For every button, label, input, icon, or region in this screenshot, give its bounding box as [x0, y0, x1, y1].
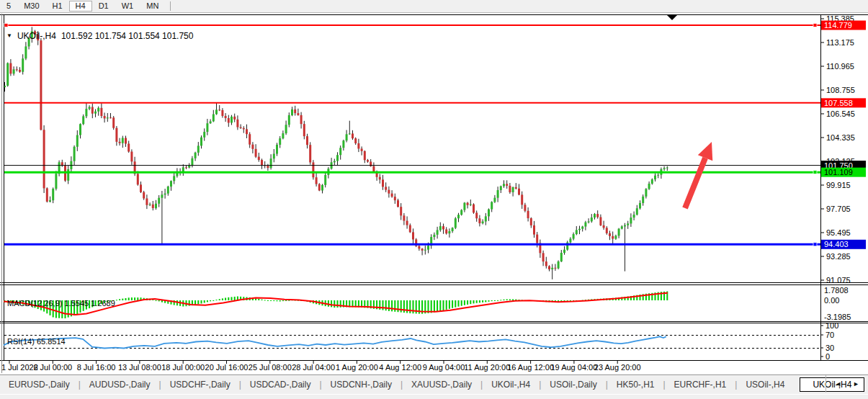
chart-tab-usdcad-daily[interactable]: USDCAD-,Daily — [241, 380, 320, 390]
timeframe-button-M30[interactable]: M30 — [17, 1, 45, 12]
timeframe-toolbar: 5M30H1H4D1W1MN — [0, 0, 868, 13]
svg-text:106.545: 106.545 — [826, 109, 855, 118]
svg-text:101.109: 101.109 — [824, 168, 853, 176]
svg-text:110.965: 110.965 — [826, 62, 854, 71]
date-axis[interactable]: 1 Jul 20226 Jul 00:008 Jul 16:0013 Jul 0… — [1, 361, 641, 372]
svg-text:70: 70 — [826, 331, 834, 339]
svg-text:-3.1985: -3.1985 — [824, 313, 851, 321]
svg-text:9 Aug 04:00: 9 Aug 04:00 — [423, 363, 465, 372]
timeframe-button-H4[interactable]: H4 — [69, 1, 92, 12]
svg-text:30: 30 — [826, 344, 834, 352]
chart-ohlc-values: 101.592 101.754 101.554 101.750 — [61, 31, 194, 41]
svg-text:25 Jul 08:00: 25 Jul 08:00 — [249, 363, 292, 372]
chart-tab-usdchf-daily[interactable]: USDCHF-,Daily — [161, 380, 239, 390]
svg-text:0: 0 — [826, 352, 830, 361]
chart-region: 115.385113.175110.965108.755106.545104.3… — [0, 13, 868, 374]
chart-info-line: ▼ UKOil-,H4 101.592 101.754 101.554 101.… — [6, 31, 193, 41]
timeframe-button-W1[interactable]: W1 — [115, 1, 140, 12]
tab-scroll-left-icon[interactable]: ◄ — [835, 380, 841, 387]
svg-text:0.00: 0.00 — [824, 296, 839, 305]
chart-tab-xauusd-daily[interactable]: XAUUSD-,Daily — [403, 380, 480, 390]
tab-scroll-arrows: ◄► — [826, 375, 868, 393]
status-bar — [0, 394, 868, 399]
chart-tab-hk50-h1[interactable]: HK50-,H1 — [608, 380, 663, 390]
svg-text:114.779: 114.779 — [824, 21, 852, 30]
chart-tab-eurchf-h1[interactable]: EURCHF-,H1 — [666, 380, 735, 390]
svg-text:20 Jul 16:00: 20 Jul 16:00 — [205, 363, 249, 372]
svg-text:16 Aug 12:00: 16 Aug 12:00 — [507, 363, 554, 372]
rsi-indicator-label: RSI(14) 65.8514 — [7, 337, 66, 346]
timeframe-button-D1[interactable]: D1 — [92, 1, 115, 12]
svg-text:23 Aug 20:00: 23 Aug 20:00 — [594, 363, 641, 372]
svg-text:11 Aug 20:00: 11 Aug 20:00 — [464, 363, 510, 372]
chart-tab-audusd-daily[interactable]: AUDUSD-,Daily — [81, 380, 159, 390]
timeframe-button-5[interactable]: 5 — [0, 1, 17, 12]
svg-text:91.075: 91.075 — [826, 276, 851, 284]
svg-text:104.335: 104.335 — [826, 133, 855, 142]
svg-text:1 Jul 2022: 1 Jul 2022 — [1, 363, 38, 372]
timeframe-button-H1[interactable]: H1 — [46, 1, 69, 12]
symbol-dropdown-icon[interactable]: ▼ — [6, 32, 12, 40]
svg-text:95.495: 95.495 — [826, 228, 851, 237]
svg-text:4 Aug 12:00: 4 Aug 12:00 — [379, 363, 421, 372]
tab-scroll-right-icon[interactable]: ► — [853, 380, 859, 387]
svg-text:108.755: 108.755 — [826, 86, 855, 94]
svg-text:1 Aug 20:00: 1 Aug 20:00 — [336, 363, 378, 372]
svg-text:13 Jul 08:00: 13 Jul 08:00 — [118, 363, 161, 372]
chart-tab-eurusd-daily[interactable]: EURUSD-,Daily — [0, 380, 79, 390]
svg-text:1.7808: 1.7808 — [824, 286, 849, 295]
svg-text:19 Aug 04:00: 19 Aug 04:00 — [550, 363, 597, 372]
chart-tab-usdcnh-daily[interactable]: USDCNH-,Daily — [322, 380, 401, 390]
svg-text:93.285: 93.285 — [826, 252, 851, 261]
svg-text:28 Jul 04:00: 28 Jul 04:00 — [292, 363, 335, 372]
timeframe-button-MN[interactable]: MN — [140, 1, 165, 12]
chart-tab-usoil-h4[interactable]: USOil-,H4 — [737, 380, 793, 390]
macd-indicator-label: MACD(12,26,9) 1.5545 1.2689 — [7, 299, 115, 308]
svg-text:100: 100 — [826, 321, 838, 330]
svg-text:6 Jul 00:00: 6 Jul 00:00 — [33, 363, 72, 372]
toolbar-separator — [170, 1, 171, 11]
svg-text:113.175: 113.175 — [826, 38, 854, 47]
svg-text:107.558: 107.558 — [824, 99, 853, 107]
svg-text:97.705: 97.705 — [826, 205, 851, 213]
svg-text:8 Jul 16:00: 8 Jul 16:00 — [77, 363, 116, 372]
chart-canvas[interactable]: 115.385113.175110.965108.755106.545104.3… — [0, 13, 868, 399]
svg-text:94.403: 94.403 — [824, 240, 849, 248]
svg-text:18 Jul 00:00: 18 Jul 00:00 — [161, 363, 205, 372]
svg-text:99.915: 99.915 — [826, 181, 851, 189]
chart-tab-ukoil-h4[interactable]: UKOil-,H4 — [483, 380, 539, 390]
chart-tab-bar: EURUSD-,Daily|AUDUSD-,Daily|USDCHF-,Dail… — [0, 375, 868, 394]
chart-tab-usoil-daily[interactable]: USOil-,Daily — [541, 380, 605, 390]
chart-symbol-period: UKOil-,H4 — [17, 31, 56, 41]
